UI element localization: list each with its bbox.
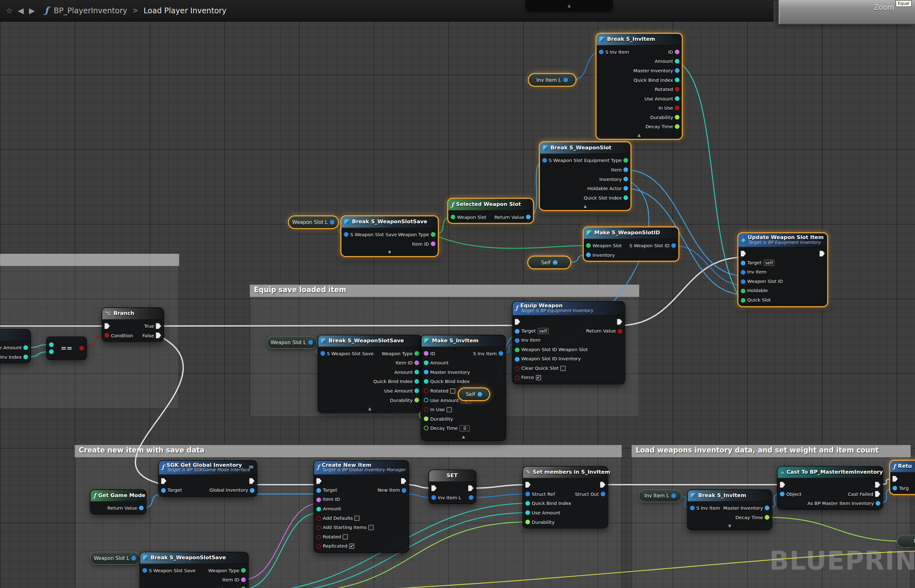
breadcrumb-blueprint[interactable]: BP_PlayerInventory — [54, 6, 127, 15]
node-make-s-weaponslotid[interactable]: Make S_WeaponSlotIDWeapon SlotS Weapon S… — [584, 227, 678, 260]
decay-time-pin[interactable]: Decay Time — [645, 124, 680, 129]
data-pin[interactable] — [316, 507, 321, 511]
node-branch[interactable]: ⌥BranchTrueConditionFalse — [102, 308, 164, 341]
exec-pin[interactable] — [401, 478, 406, 484]
data-pin[interactable] — [451, 215, 455, 220]
target-pin[interactable]: Targetself — [515, 328, 549, 334]
s-inv-item-pin[interactable]: S Inv Item — [690, 505, 720, 510]
weapon-slot-pin[interactable]: Weapon Slot — [451, 215, 486, 220]
node-break-s-weaponslotsave-1[interactable]: Break S_WeaponSlotSaveS Weapon Slot Save… — [341, 216, 438, 256]
data-pin[interactable] — [741, 298, 746, 302]
use-amount-pin[interactable]: Use Amount — [525, 510, 560, 515]
item-id-pin[interactable]: Item ID — [396, 360, 419, 365]
add-defaults-pin[interactable]: Add Defaults — [316, 516, 360, 521]
false-pin[interactable]: False — [142, 333, 161, 338]
decay-time-pin[interactable]: Decay Time0 — [424, 425, 470, 431]
data-pin[interactable] — [415, 351, 419, 356]
clear-quick-slot-pin[interactable]: Clear Quick Slot — [515, 366, 566, 371]
pin-checkbox[interactable]: ✔ — [536, 375, 541, 381]
pin-checkbox[interactable] — [343, 534, 348, 540]
quick-bind-index-pin[interactable]: Quick Bind Index — [373, 379, 419, 384]
data-pin[interactable] — [675, 68, 680, 73]
data-pin[interactable] — [525, 510, 530, 515]
data-pin[interactable] — [424, 398, 429, 403]
collapse-arrow-icon[interactable]: ▼ — [688, 523, 772, 530]
pin-pin[interactable] — [399, 478, 406, 484]
node-edge-node-left[interactable]: Use AmountInv Index — [0, 330, 30, 362]
data-pin[interactable] — [143, 568, 147, 573]
data-pin[interactable] — [876, 501, 880, 506]
weapon-type-pin[interactable]: Weapon Type — [208, 568, 246, 573]
exec-pin[interactable] — [156, 323, 161, 329]
data-pin[interactable] — [431, 495, 436, 500]
data-pin[interactable] — [424, 407, 429, 412]
in-use-pin[interactable]: In Use — [424, 407, 452, 412]
data-pin[interactable] — [675, 59, 680, 64]
quick-bind-index-pin[interactable]: Quick Bind Index — [634, 78, 680, 83]
amount-pin[interactable]: Amount — [221, 586, 246, 588]
pin-pin[interactable] — [780, 482, 787, 488]
s-inv-item-pin[interactable]: S Inv Item — [599, 49, 629, 55]
rotated-pin[interactable]: Rotated — [655, 87, 680, 92]
node-break-s-invitem-1[interactable]: Break S_InvItemS Inv ItemIDAmountMaster … — [597, 34, 682, 139]
output-pin[interactable] — [79, 346, 84, 351]
data-pin[interactable] — [515, 366, 520, 371]
holdable-actor-pin[interactable]: Holdable Actor — [587, 186, 628, 191]
node-weapon-slot-l-1[interactable]: Weapon Slot L — [289, 216, 338, 228]
cast-failed-pin[interactable]: Cast Failed — [848, 491, 881, 497]
node-edge-node-right[interactable]: ƒRetuTarg — [890, 461, 915, 494]
data-pin[interactable] — [424, 388, 429, 393]
exec-pin[interactable] — [161, 478, 167, 484]
data-pin[interactable] — [431, 232, 436, 237]
data-pin[interactable] — [131, 556, 136, 561]
in-use-pin[interactable]: In Use — [658, 105, 679, 110]
exec-pin[interactable] — [105, 323, 110, 329]
data-pin[interactable] — [469, 495, 473, 500]
durability-pin[interactable]: Durability — [650, 115, 679, 120]
data-pin[interactable] — [543, 158, 547, 163]
durability-pin[interactable]: Durability — [525, 520, 554, 525]
input-pin[interactable] — [49, 349, 54, 354]
durability-pin[interactable]: Durability — [390, 397, 419, 403]
data-pin[interactable] — [671, 243, 676, 248]
pin-pin[interactable] — [431, 485, 438, 491]
data-pin[interactable] — [764, 515, 769, 520]
data-pin[interactable] — [564, 78, 568, 82]
data-pin[interactable] — [526, 215, 531, 220]
master-inventory-pin[interactable]: Master Inventory — [424, 370, 470, 375]
node-set-inv-item-l[interactable]: SETInv Item L — [429, 470, 476, 503]
exec-pin[interactable] — [819, 250, 825, 256]
target-pin[interactable]: Targetself — [741, 260, 775, 266]
data-pin[interactable] — [415, 398, 419, 403]
rotated-pin[interactable]: Rotated — [316, 534, 348, 540]
data-pin[interactable] — [515, 338, 520, 342]
s-weapon-slot-save-pin[interactable]: S Weapon Slot Save — [344, 232, 397, 237]
return-value-pin[interactable]: Return Value — [586, 328, 622, 334]
use-amount-pin[interactable]: Use Amount — [384, 388, 419, 394]
data-pin[interactable] — [241, 568, 246, 573]
inv-item-pin[interactable]: Inv Item — [741, 269, 766, 275]
data-pin[interactable] — [675, 105, 680, 110]
data-pin[interactable] — [764, 506, 769, 510]
exec-pin[interactable] — [468, 485, 473, 491]
targ-pin[interactable]: Targ — [892, 486, 909, 491]
global-inventory-pin[interactable]: Global Inventory — [209, 488, 255, 493]
master-inventory-pin[interactable]: Master Inventory — [723, 505, 769, 510]
data-pin[interactable] — [675, 96, 680, 101]
target-pin[interactable]: Target — [161, 488, 182, 493]
data-pin[interactable] — [623, 167, 628, 172]
pin-pin[interactable] — [818, 250, 825, 256]
pin-pin[interactable] — [316, 478, 323, 484]
return-value-pin[interactable]: Return Value — [494, 215, 531, 220]
forward-icon[interactable]: ▶ — [29, 6, 35, 15]
struct-ref-pin[interactable]: Struct Ref — [525, 491, 555, 497]
data-pin[interactable] — [250, 488, 254, 493]
exec-pin[interactable] — [249, 478, 255, 484]
data-pin[interactable] — [424, 370, 429, 375]
pin-pin[interactable] — [515, 319, 522, 325]
amount-pin[interactable]: Amount — [394, 370, 419, 375]
pin-checkbox[interactable]: ✔ — [349, 543, 355, 549]
node-break-s-weaponslotsave-3[interactable]: Break S_WeaponSlotSaveS Weapon Slot Save… — [140, 552, 248, 588]
data-pin[interactable] — [525, 492, 530, 496]
struct-out-pin[interactable]: Struct Out — [575, 491, 605, 497]
